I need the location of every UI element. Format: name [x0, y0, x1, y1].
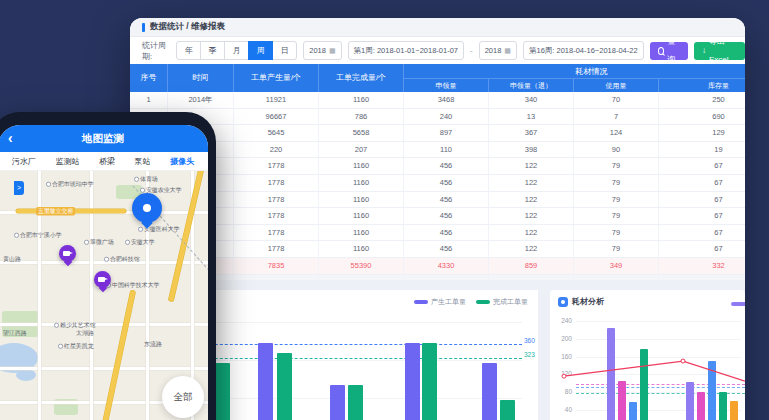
bar-generated [258, 343, 273, 420]
gridline [576, 339, 741, 340]
breadcrumb-bar: 数据统计 / 维修报表 [130, 18, 745, 37]
legend-item: 产生工单量 [414, 297, 466, 307]
cell-value: 13 [489, 109, 574, 125]
selected-camera-pin[interactable] [132, 193, 162, 223]
bar-completed [277, 353, 292, 420]
gridline [576, 321, 741, 322]
table-row: 177811604561227967 [130, 158, 745, 175]
camera-pin[interactable] [94, 271, 111, 288]
year-to-select[interactable]: 2018▦ [479, 41, 517, 60]
cell-value: 456 [404, 192, 489, 208]
consumable-bar [629, 402, 637, 420]
map-expander-button[interactable]: > [14, 181, 24, 195]
cell-value: 1778 [234, 158, 319, 174]
tab-监测站[interactable]: 监测站 [55, 156, 79, 167]
cell-value: 220 [234, 142, 319, 158]
breadcrumb: 数据统计 / 维修报表 [150, 21, 225, 33]
cell-value: 11921 [234, 92, 319, 108]
map-label: 合肥科技馆 [104, 255, 140, 264]
total-value: 859 [489, 258, 574, 274]
phone-title: 地图监测 [82, 132, 124, 146]
cell-value: 1778 [234, 175, 319, 191]
consumable-bar [730, 401, 738, 420]
week-to-value: 第16周: 2018-04-16~2018-04-22 [529, 46, 638, 55]
map-view[interactable]: 合肥市琥珀中学体育场安徽农业大学五里墩立交桥安徽医科大学合肥市宁溪小学翠微广场安… [0, 171, 208, 420]
cell-value: 96667 [234, 109, 319, 125]
cell-value: 1160 [319, 192, 404, 208]
cell-value: 67 [659, 225, 745, 241]
gridline [576, 357, 741, 358]
map-road [0, 323, 208, 326]
legend-label: 完成工单量 [493, 297, 528, 307]
back-icon[interactable]: ‹ [8, 125, 13, 152]
cell-value: 79 [574, 158, 659, 174]
cell-value: 1778 [234, 208, 319, 224]
consumable-bar [719, 392, 727, 420]
bar-completed [215, 363, 230, 420]
export-excel-button[interactable]: ↓ 导出Excel [694, 42, 745, 60]
period-option-月[interactable]: 月 [224, 41, 249, 60]
cell-value: 1778 [234, 225, 319, 241]
reference-line [576, 384, 745, 385]
cell-value: 70 [574, 92, 659, 108]
all-filter-button[interactable]: 全部 [162, 376, 204, 418]
col-header: 序号 [130, 64, 168, 92]
total-value: 4330 [404, 258, 489, 274]
filter-bar: 统计周期: 年季月周日 2018▦ 第1周: 2018-01-01~2018-0… [130, 37, 745, 64]
consumable-bar [607, 328, 615, 420]
period-option-周[interactable]: 周 [248, 41, 273, 60]
calendar-icon: ▦ [329, 47, 336, 54]
legend-swatch [414, 300, 428, 304]
period-option-年[interactable]: 年 [176, 41, 201, 60]
workorder-chart-legend: 产生工单量完成工单量 [414, 297, 528, 307]
cell-value: 456 [404, 225, 489, 241]
consumable-bar [708, 361, 716, 420]
consumable-bar [686, 382, 694, 420]
cell-value: 250 [659, 92, 745, 108]
cell-value: 79 [574, 175, 659, 191]
tab-桥梁[interactable]: 桥梁 [99, 156, 115, 167]
cell-value: 79 [574, 192, 659, 208]
map-label: 合肥市琥珀中学 [46, 180, 94, 189]
tab-污水厂[interactable]: 污水厂 [12, 156, 36, 167]
legend-partial-swatch [731, 302, 745, 306]
cell-value: 367 [489, 125, 574, 141]
year-from-select[interactable]: 2018▦ [303, 41, 341, 60]
phone-screen: ‹ 地图监测 污水厂监测站桥梁泵站摄像头 合肥市琥珀中学体育场安徽农业大学五里墩… [0, 125, 208, 420]
camera-icon [98, 277, 105, 282]
bar-generated [330, 385, 345, 420]
consumable-group-header: 耗材情况申领量申领量（退）使用量库存量 [404, 64, 745, 92]
camera-pin[interactable] [59, 245, 76, 262]
tab-泵站[interactable]: 泵站 [135, 156, 151, 167]
sub-col-header: 使用量 [574, 79, 659, 93]
tab-摄像头[interactable]: 摄像头 [170, 156, 194, 167]
query-button[interactable]: 查询 [650, 42, 688, 60]
y-axis-tick: 200 [552, 335, 572, 342]
cell-value: 67 [659, 175, 745, 191]
y-axis-tick: 120 [552, 370, 572, 377]
cell-value: 456 [404, 158, 489, 174]
cell-value: 67 [659, 192, 745, 208]
group-header-label: 耗材情况 [404, 64, 745, 79]
table-header: 序号时间工单产生量/个工单完成量/个耗材情况申领量申领量（退）使用量库存量 [130, 64, 745, 92]
period-segment: 年季月周日 [176, 41, 297, 60]
report-table: 序号时间工单产生量/个工单完成量/个耗材情况申领量申领量（退）使用量库存量 12… [130, 64, 745, 292]
map-label: 黄山路 [3, 255, 21, 264]
period-option-季[interactable]: 季 [200, 41, 225, 60]
reference-line [576, 387, 745, 388]
cell-value: 1160 [319, 92, 404, 108]
table-row: 177811604561227967 [130, 241, 745, 258]
reference-line-label: 360 [524, 337, 535, 344]
consumable-bar [640, 349, 648, 420]
reference-line-label: 323 [524, 351, 535, 358]
cell-value: 122 [489, 225, 574, 241]
period-option-日[interactable]: 日 [272, 41, 297, 60]
week-to-select[interactable]: 第16周: 2018-04-16~2018-04-22 [523, 41, 644, 60]
camera-icon [63, 251, 70, 256]
search-icon [658, 47, 665, 55]
sub-col-header: 库存量 [659, 79, 745, 93]
cell-value: 19 [659, 142, 745, 158]
bar-completed [348, 385, 363, 420]
cell-value: 90 [574, 142, 659, 158]
week-from-select[interactable]: 第1周: 2018-01-01~2018-01-07 [348, 41, 464, 60]
